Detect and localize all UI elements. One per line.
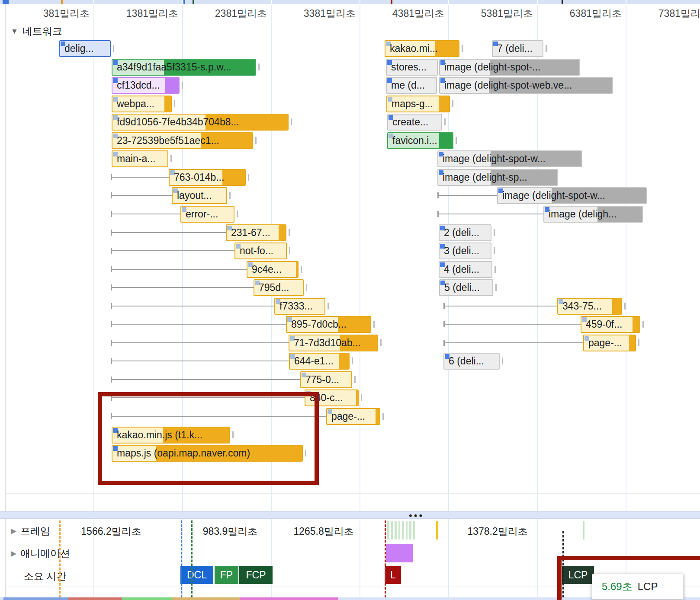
network-request-label: favicon.i... (392, 134, 437, 147)
overflow-ellipsis-indicator[interactable]: ••• (409, 510, 424, 521)
network-request-bar[interactable]: stores... (386, 59, 438, 76)
network-request-bar[interactable]: 775-0... (300, 371, 352, 388)
request-connector-line (111, 342, 291, 343)
request-connector-tick (111, 284, 112, 290)
timing-guide-line (181, 520, 182, 597)
network-request-bar[interactable]: 71-7d3d10ab... (289, 335, 378, 351)
network-request-bar[interactable]: 7 (deli... (492, 40, 543, 57)
network-request-bar[interactable]: create... (387, 114, 442, 131)
network-request-bar[interactable]: 2 (deli... (439, 224, 491, 241)
network-request-label: 763-014b... (174, 171, 224, 184)
network-request-label: f7333... (279, 300, 313, 313)
network-request-bar[interactable]: image (delight-spot-web.ve... (439, 77, 613, 94)
frame-duration-label: 983.9밀리초 (203, 525, 258, 538)
network-request-bar[interactable]: page-... (326, 408, 380, 425)
frame-duration-label: 1566.2밀리초 (81, 525, 141, 538)
network-request-label: 2 (deli... (444, 226, 479, 239)
request-whisker-tick (229, 192, 231, 199)
network-request-bar[interactable]: 644-e1... (289, 353, 350, 370)
network-request-bar[interactable]: 9c4e... (247, 261, 299, 278)
network-request-bar[interactable]: cf13dcd... (112, 77, 180, 94)
network-request-bar[interactable]: 3 (deli... (439, 243, 491, 259)
network-request-bar[interactable]: 343-75... (557, 298, 622, 315)
timing-marker-l[interactable]: L (385, 566, 401, 584)
request-whisker-tick (495, 284, 497, 291)
network-section-header[interactable]: ▼ 네트워크 (11, 25, 62, 38)
network-request-bar[interactable]: a34f9d1faa5f3315-s.p.w... (112, 59, 256, 76)
network-request-bar[interactable]: f7333... (274, 298, 325, 315)
request-whisker-tick (255, 137, 257, 144)
network-request-label: 895-7d0cb... (291, 318, 347, 331)
overview-event-tick (391, 0, 392, 4)
frames-track-header[interactable]: ▶ 프레임 (11, 524, 50, 538)
request-connector-line (437, 195, 500, 196)
annotation-box-lcp (557, 556, 700, 600)
network-request-bar[interactable]: error-... (180, 206, 234, 223)
gridline (360, 5, 360, 597)
network-request-label: image (delight-spot-... (444, 61, 540, 74)
request-connector-tick (443, 340, 445, 346)
network-request-bar[interactable]: maps-g... (386, 96, 450, 112)
track-divider-strip[interactable] (0, 511, 700, 519)
request-connector-line (111, 214, 183, 214)
request-connector-line (111, 287, 256, 288)
network-request-label: 795d... (259, 281, 289, 294)
network-request-bar[interactable]: favicon.i... (387, 132, 453, 149)
request-whisker-tick (382, 413, 384, 420)
network-request-bar[interactable]: webpa... (112, 96, 172, 112)
overview-grid-gap (271, 0, 272, 4)
request-whisker-tick (352, 357, 353, 364)
network-request-bar[interactable]: me (d... (386, 77, 437, 94)
request-download-segment (164, 96, 171, 112)
frame-activity-stripe (391, 521, 393, 539)
network-request-bar[interactable]: image (delight-spot-w... (437, 150, 582, 167)
network-request-bar[interactable]: image (delight-sp... (437, 169, 558, 186)
overview-minimap-strip[interactable] (0, 0, 700, 4)
timing-marker-dcl[interactable]: DCL (180, 566, 213, 584)
request-connector-line (111, 232, 228, 233)
animations-track-header[interactable]: ▶ 애니메이션 (11, 547, 70, 560)
request-download-segment (439, 96, 449, 112)
request-whisker-tick (291, 118, 292, 125)
request-download-segment (612, 299, 621, 314)
network-request-label: image (deligh... (549, 207, 617, 221)
request-whisker-tick (494, 247, 495, 254)
network-request-bar[interactable]: fd9d1056-7fe4b34b704b8... (112, 114, 289, 131)
network-request-bar[interactable]: kakao.mi... (385, 40, 459, 57)
network-request-bar[interactable]: image (delight-spot-w... (497, 187, 647, 204)
request-whisker-tick (174, 100, 175, 107)
network-request-label: 71-7d3d10ab... (294, 336, 361, 350)
network-request-bar[interactable]: 795d... (254, 279, 304, 296)
network-request-bar[interactable]: 459-0f... (581, 316, 640, 333)
overview-grid-gap (182, 0, 183, 4)
request-connector-line (443, 306, 560, 306)
overview-event-tick (193, 0, 194, 4)
network-request-bar[interactable]: 5 (deli... (439, 279, 493, 296)
network-request-bar[interactable]: not-fo... (234, 243, 287, 259)
timing-marker-fcp[interactable]: FCP (239, 566, 273, 584)
network-request-bar[interactable]: main-a... (112, 150, 168, 167)
network-request-bar[interactable]: 4 (deli... (439, 261, 492, 278)
network-request-bar[interactable]: layout... (172, 187, 227, 204)
network-request-bar[interactable]: image (deligh... (543, 206, 643, 223)
network-request-label: error-... (186, 207, 218, 221)
ruler-tick-label: 5381밀리초 (481, 7, 533, 20)
frames-track-label: 프레임 (20, 524, 50, 538)
network-request-bar[interactable]: page-... (583, 335, 636, 351)
network-request-bar[interactable]: delig... (59, 40, 111, 57)
network-request-bar[interactable]: 23-72539be5f51aec1... (112, 132, 253, 149)
network-request-label: main-a... (117, 152, 155, 166)
timing-marker-fp[interactable]: FP (215, 566, 238, 584)
network-request-bar[interactable]: 231-67... (226, 224, 286, 241)
network-request-bar[interactable]: 6 (deli... (443, 353, 500, 370)
animation-block[interactable] (386, 544, 413, 562)
network-request-label: 644-e1... (294, 354, 334, 368)
network-request-bar[interactable]: 763-014b... (169, 169, 246, 186)
request-connector-tick (443, 303, 445, 309)
network-section-label: 네트워크 (22, 25, 62, 38)
overview-grid-gap (537, 0, 538, 4)
request-connector-tick (111, 321, 112, 327)
network-request-bar[interactable]: image (delight-spot-... (439, 59, 580, 76)
animations-track-label: 애니메이션 (20, 547, 70, 560)
network-request-bar[interactable]: 895-7d0cb... (286, 316, 371, 333)
